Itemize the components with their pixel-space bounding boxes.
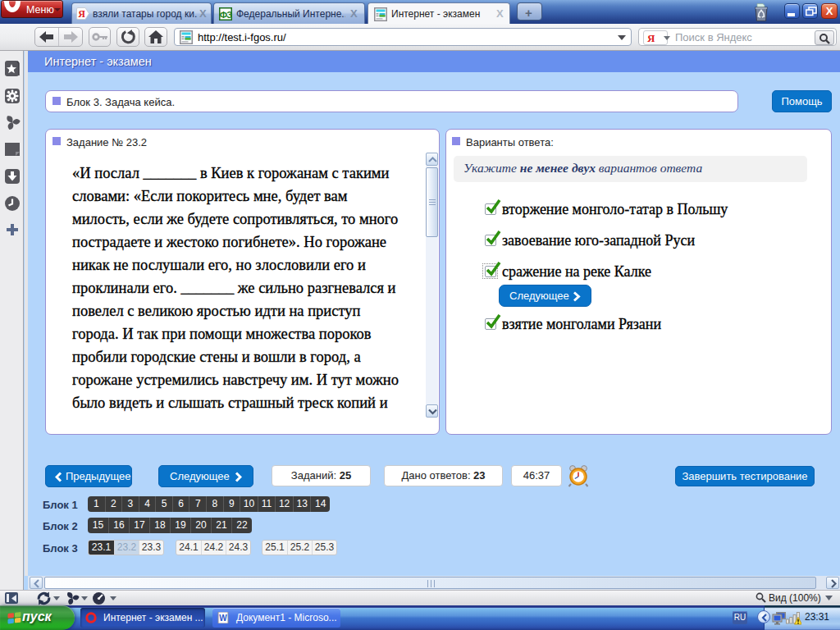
svg-text:Я: Я	[78, 8, 85, 20]
svg-text:W: W	[219, 614, 227, 623]
svg-text:ФЗ: ФЗ	[220, 10, 232, 20]
